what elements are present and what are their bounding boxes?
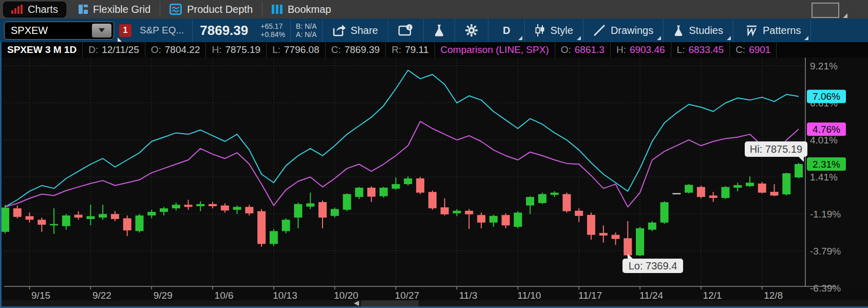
candle-body — [306, 203, 314, 206]
candle-body — [697, 187, 705, 197]
candle-body — [795, 164, 803, 177]
corner-triangle-icon — [657, 36, 661, 40]
x-axis-labels[interactable]: 9/159/229/2910/610/1310/2010/2711/311/10… — [31, 290, 783, 301]
candle-body — [184, 205, 193, 207]
scroll-left-icon[interactable] — [354, 301, 359, 306]
chart-title: SPXEW 3 M 1D — [7, 44, 77, 56]
ohlc-cell-11: C:6901 — [730, 42, 777, 58]
analyze-button[interactable] — [424, 19, 455, 42]
window-info-icon: i — [398, 24, 413, 37]
ohlc-cell-3: H:7875.19 — [206, 42, 267, 58]
candle-body — [404, 178, 412, 184]
chart-scrollbar[interactable] — [2, 300, 868, 306]
product-depth-icon — [169, 4, 182, 15]
comparison-title: Comparison (LINE, SPX) — [441, 44, 549, 56]
drawings-button[interactable]: Drawings — [583, 19, 663, 42]
price-chart[interactable]: 9.21%6.61%4.01%1.41%-1.19%-3.79%-6.39%9/… — [0, 42, 868, 308]
chart-toolbar: SPXEW 1 S&P EQ... 7869.39 +65.17 +0.84% … — [0, 19, 868, 42]
symbol-input[interactable]: SPXEW — [4, 22, 114, 40]
candle-34 — [416, 177, 424, 194]
chart-info-button[interactable]: i — [388, 19, 423, 42]
ohlc-value: 12/11/25 — [102, 44, 139, 56]
ohlc-value: 6903.46 — [630, 44, 665, 56]
change-value: +65.17 — [260, 22, 285, 30]
tab-charts[interactable]: Charts — [3, 2, 66, 17]
candle-body — [294, 204, 302, 218]
ohlc-value: 6861.3 — [575, 44, 605, 56]
chart-settings-button[interactable] — [455, 19, 488, 42]
timeframe-button[interactable]: D — [488, 19, 524, 42]
share-button[interactable]: Share — [323, 19, 388, 42]
candle-body — [612, 235, 620, 239]
tab-bookmap[interactable]: Bookmap — [263, 0, 339, 19]
badge-text: 4.76% — [813, 124, 840, 135]
candle-body — [123, 219, 131, 231]
candle-body — [502, 215, 510, 225]
candle-body — [380, 188, 388, 196]
alert-count-badge[interactable]: 1 — [119, 24, 131, 37]
x-tick-label: 9/29 — [154, 290, 173, 301]
symbol-dropdown-button[interactable] — [92, 24, 111, 38]
callout-pointer — [798, 156, 804, 162]
scrollbar-segment[interactable] — [361, 300, 419, 306]
ohlc-cell-0: SPXEW 3 M 1D — [2, 42, 83, 58]
candle-body — [111, 214, 119, 219]
candle-body — [428, 192, 437, 208]
ohlc-label: D: — [88, 44, 98, 56]
x-tick-label: 12/8 — [764, 290, 783, 301]
ohlc-cell-7: Comparison (LINE, SPX) — [435, 42, 555, 58]
studies-button[interactable]: Studies — [664, 19, 733, 42]
ohlc-cell-8: O:6861.3 — [555, 42, 611, 58]
badge-text: 7.06% — [813, 91, 840, 102]
candle-body — [13, 208, 22, 217]
candle-body — [343, 194, 351, 209]
candle-body — [135, 215, 143, 231]
gear-icon — [465, 24, 478, 37]
candle-body — [636, 228, 644, 256]
corner-triangle-icon — [727, 36, 731, 40]
ohlc-label: C: — [331, 44, 341, 56]
y-tick-label: 4.01% — [810, 135, 838, 146]
candle-body — [770, 192, 779, 195]
candle-body — [746, 183, 754, 186]
ohlc-value: 79.11 — [405, 44, 428, 56]
candle-56 — [685, 184, 693, 193]
ask-value: A: N/A — [296, 30, 316, 39]
corner-triangle-icon — [518, 36, 522, 40]
ohlc-value: 6833.45 — [688, 44, 724, 56]
candle-0 — [1, 205, 9, 233]
candle-body — [661, 202, 669, 223]
tab-flexible-grid[interactable]: Flexible Grid — [70, 0, 159, 19]
x-tick-label: 9/22 — [92, 290, 111, 301]
last-price: 7869.39 — [200, 23, 248, 39]
tab-product-depth[interactable]: Product Depth — [161, 0, 261, 19]
candle-body — [86, 216, 95, 219]
candle-body — [575, 211, 583, 216]
patterns-button[interactable]: Patterns — [733, 19, 810, 42]
candle-body — [257, 211, 266, 244]
candle-body — [245, 207, 253, 213]
ohlc-value: 7804.22 — [165, 44, 200, 56]
ohlc-label: O: — [151, 44, 161, 56]
thinkorswim-window: Charts Flexible Grid Product Depth Bookm… — [0, 0, 868, 308]
x-tick-label: 10/13 — [273, 290, 297, 301]
candle-body — [599, 233, 608, 235]
x-tick-label: 10/20 — [334, 290, 358, 301]
style-button[interactable]: Style — [525, 19, 582, 42]
candle-52 — [636, 227, 644, 256]
candle-body — [74, 215, 83, 218]
candle-body — [221, 206, 229, 211]
ohlc-cell-5: C:7869.39 — [326, 42, 386, 58]
candle-body — [160, 208, 168, 212]
candle-body — [551, 193, 559, 195]
tab-label: Charts — [28, 4, 58, 15]
plot-background — [2, 58, 868, 286]
candle-31 — [380, 187, 388, 198]
layout-selector-box[interactable] — [812, 3, 839, 18]
candle-23 — [282, 219, 290, 233]
candle-21 — [257, 209, 266, 247]
candle-body — [172, 205, 180, 208]
toolbar-separator — [192, 19, 193, 42]
symbol-description: S&P EQ... — [140, 25, 184, 36]
tab-label: Flexible Grid — [93, 4, 150, 15]
